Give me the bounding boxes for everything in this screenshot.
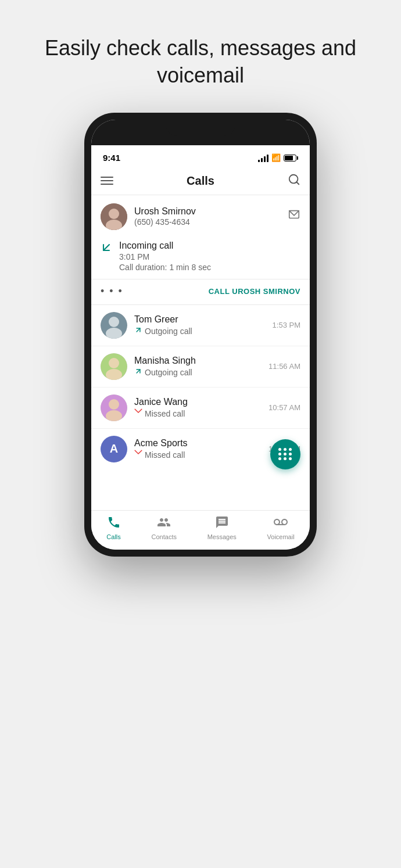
app-header: Calls — [91, 166, 310, 195]
tom-call-time: 1:53 PM — [273, 321, 300, 329]
wifi-icon: 📶 — [271, 153, 281, 162]
more-options-button[interactable]: • • • — [101, 285, 123, 297]
expanded-contact-phone: (650) 435-4634 — [134, 217, 281, 227]
list-item[interactable]: Janice Wang Missed call 10:57 AM — [91, 388, 310, 429]
nav-messages[interactable]: Messages — [207, 515, 237, 540]
tom-info: Tom Greer Outgoing call — [134, 314, 266, 336]
dialpad-fab[interactable] — [270, 439, 300, 469]
acme-avatar: A — [101, 436, 127, 462]
svg-line-10 — [137, 328, 140, 332]
voicemail-nav-icon — [274, 515, 288, 532]
nav-voicemail[interactable]: Voicemail — [267, 515, 295, 540]
svg-point-8 — [109, 317, 119, 327]
calls-nav-label: Calls — [106, 533, 120, 540]
urosh-avatar — [101, 203, 127, 230]
missed-arrow-icon — [134, 450, 142, 460]
expanded-contact-info: Urosh Smirnov (650) 435-4634 — [134, 206, 281, 227]
manisha-info: Manisha Singh Outgoing call — [134, 356, 262, 378]
search-button[interactable] — [288, 173, 300, 189]
manisha-call-time: 11:56 AM — [268, 362, 300, 371]
expanded-call-type: Incoming call — [119, 241, 300, 251]
expanded-call-duration: Call duration: 1 min 8 sec — [119, 263, 300, 272]
janice-info: Janice Wang Missed call — [134, 397, 262, 419]
janice-call-time: 10:57 AM — [268, 403, 300, 412]
svg-line-1 — [296, 182, 299, 184]
manisha-call-type-text: Outgoing call — [145, 368, 192, 377]
svg-point-16 — [109, 399, 119, 410]
contacts-nav-icon — [157, 515, 171, 532]
expanded-contact-row: Urosh Smirnov (650) 435-4634 — [91, 195, 310, 236]
incoming-arrow-icon — [101, 242, 112, 257]
phone-screen: 9:41 📶 — [91, 120, 310, 550]
svg-point-12 — [109, 358, 119, 368]
call-contact-button[interactable]: CALL UROSH SMIRNOV — [209, 287, 300, 296]
phone-mockup: 9:41 📶 — [84, 113, 317, 589]
calls-nav-icon — [107, 515, 121, 532]
messages-nav-label: Messages — [207, 533, 237, 540]
app-title: Calls — [187, 174, 214, 188]
acme-call-type: Missed call — [134, 450, 262, 460]
tom-avatar — [101, 312, 127, 339]
status-icons: 📶 — [258, 153, 298, 162]
missed-arrow-icon — [134, 408, 142, 419]
acme-call-type-text: Missed call — [145, 450, 185, 460]
janice-avatar — [101, 394, 127, 421]
contacts-nav-label: Contacts — [152, 533, 177, 540]
expanded-action-row: • • • CALL UROSH SMIRNOV — [91, 279, 310, 304]
status-bar: 9:41 📶 — [91, 145, 310, 166]
messages-nav-icon — [215, 515, 229, 532]
janice-call-type: Missed call — [134, 408, 262, 419]
expanded-call-detail: Incoming call 3:01 PM Call duration: 1 m… — [91, 236, 310, 279]
dialpad-icon — [278, 448, 292, 460]
notch — [166, 120, 235, 136]
tom-name: Tom Greer — [134, 314, 266, 325]
voicemail-nav-label: Voicemail — [267, 533, 295, 540]
list-item[interactable]: Tom Greer Outgoing call 1:53 PM — [91, 305, 310, 346]
outgoing-arrow-icon — [134, 326, 142, 336]
notch-area — [91, 120, 310, 145]
menu-button[interactable] — [101, 177, 113, 185]
message-icon-button[interactable] — [288, 209, 300, 224]
nav-calls[interactable]: Calls — [106, 515, 120, 540]
nav-contacts[interactable]: Contacts — [152, 515, 177, 540]
janice-call-type-text: Missed call — [145, 409, 185, 418]
expanded-call-type-info: Incoming call 3:01 PM Call duration: 1 m… — [119, 241, 300, 272]
page-header: Easily check calls, messages and voicema… — [0, 0, 401, 113]
tom-call-type: Outgoing call — [134, 326, 266, 336]
list-item[interactable]: Manisha Singh Outgoing call 11:56 AM — [91, 346, 310, 388]
bottom-nav: Calls Contacts M — [91, 510, 310, 550]
tom-call-type-text: Outgoing call — [145, 327, 192, 336]
manisha-call-type: Outgoing call — [134, 367, 262, 378]
outgoing-arrow-icon — [134, 367, 142, 378]
acme-info: Acme Sports Missed call — [134, 438, 262, 460]
expanded-contact-name: Urosh Smirnov — [134, 206, 281, 217]
status-time: 9:41 — [103, 153, 120, 163]
battery-icon — [284, 155, 298, 162]
manisha-name: Manisha Singh — [134, 356, 262, 366]
signal-icon — [258, 154, 268, 162]
janice-name: Janice Wang — [134, 397, 262, 407]
expanded-call-card: Urosh Smirnov (650) 435-4634 — [91, 195, 310, 305]
manisha-avatar — [101, 353, 127, 380]
svg-point-3 — [109, 209, 119, 219]
expanded-call-time: 3:01 PM — [119, 252, 300, 261]
acme-name: Acme Sports — [134, 438, 262, 449]
svg-line-6 — [103, 245, 109, 250]
svg-line-14 — [137, 370, 140, 373]
phone-frame: 9:41 📶 — [84, 113, 317, 557]
